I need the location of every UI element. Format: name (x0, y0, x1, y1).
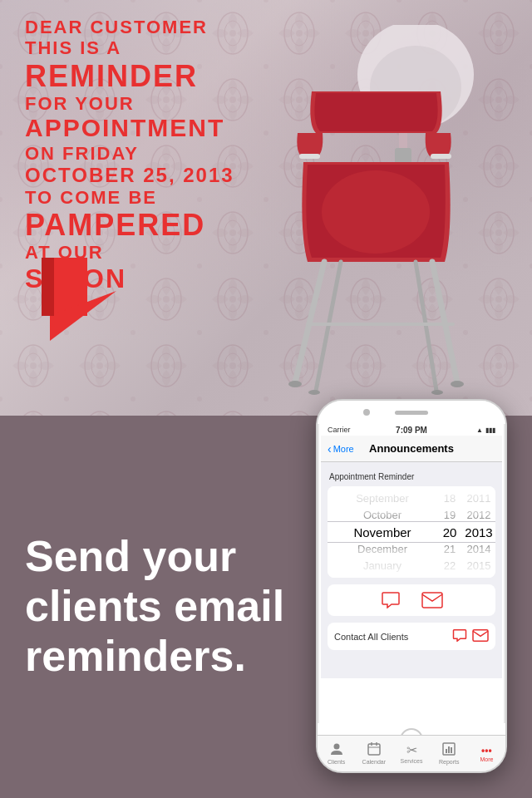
picker-month-nov: November (353, 525, 411, 539)
tab-more-label: More (480, 756, 493, 762)
iphone-speaker (395, 411, 428, 415)
section-title: Appointment Reminder (328, 469, 495, 486)
picker-year-2013: 2013 (465, 525, 492, 539)
services-icon: ✂ (406, 744, 417, 757)
svg-line-18 (432, 262, 457, 382)
status-time: 7:09 PM (396, 426, 427, 435)
svg-point-16 (322, 170, 430, 254)
arrow-decoration (42, 249, 125, 352)
tab-reports-label: Reports (439, 759, 460, 765)
tab-more[interactable]: ••• More (468, 746, 505, 762)
reports-icon (442, 742, 456, 758)
chat-button[interactable] (378, 591, 403, 609)
battery-icon: ▮▮▮ (485, 426, 495, 434)
contact-all-row[interactable]: Contact All Clients (328, 623, 495, 650)
status-icons: ▲ ▮▮▮ (476, 426, 495, 434)
tab-services[interactable]: ✂ Services (392, 744, 430, 764)
email-button[interactable] (420, 591, 445, 609)
iphone-mockup: Carrier 7:09 PM ▲ ▮▮▮ ‹ More Announcemen… (316, 399, 507, 773)
iphone-body: Carrier 7:09 PM ▲ ▮▮▮ ‹ More Announcemen… (316, 399, 507, 773)
svg-point-24 (431, 390, 443, 395)
svg-rect-15 (431, 154, 451, 159)
contact-action-icons (452, 629, 489, 643)
reminder-line-5: APPOINTMENT (25, 114, 283, 143)
reminder-line-2: THIS IS A (25, 37, 283, 58)
back-button[interactable]: ‹ More (328, 442, 354, 456)
action-buttons-row (328, 584, 495, 616)
svg-point-23 (308, 390, 320, 395)
svg-rect-38 (448, 746, 450, 753)
clients-icon (329, 742, 344, 758)
svg-point-21 (288, 381, 302, 387)
nav-bar[interactable]: ‹ More Announcements (321, 436, 502, 462)
reminder-line-9: PAMPERED (25, 208, 283, 242)
svg-rect-28 (42, 258, 54, 316)
back-chevron-icon: ‹ (328, 442, 332, 456)
svg-rect-37 (446, 749, 447, 753)
contact-chat-icon[interactable] (452, 629, 467, 643)
date-picker[interactable]: September October November December Janu… (328, 486, 495, 578)
tab-bar: Clients Calendar ✂ Services Reports ••• (318, 735, 505, 771)
svg-rect-14 (299, 154, 320, 159)
reminder-line-1: DEAR CUSTOMER (25, 17, 283, 37)
contact-all-label: Contact All Clients (334, 632, 408, 642)
bottom-tagline: Send your clients email reminders. (25, 532, 299, 681)
reminder-line-6: ON FRIDAY (25, 143, 283, 164)
reminder-line-8: TO COME BE (25, 187, 283, 208)
reminder-line-4: FOR YOUR (25, 93, 283, 114)
back-label: More (333, 444, 354, 454)
reminder-line-7: OCTOBER 25, 2013 (25, 164, 283, 187)
calendar-icon (367, 742, 381, 758)
screen-content: Appointment Reminder September October N… (321, 462, 502, 678)
nav-title: Announcements (369, 442, 454, 455)
picker-fade-top (328, 486, 495, 515)
tab-calendar[interactable]: Calendar (355, 742, 392, 765)
wifi-icon: ▲ (476, 426, 483, 434)
more-icon: ••• (481, 746, 492, 756)
svg-rect-29 (422, 593, 442, 608)
svg-point-22 (451, 381, 464, 387)
iphone-camera (363, 409, 370, 416)
contact-email-icon[interactable] (472, 629, 489, 643)
tab-services-label: Services (401, 758, 423, 764)
picker-fade-bottom (328, 549, 495, 578)
reminder-line-3: REMINDER (25, 59, 283, 93)
tab-calendar-label: Calendar (362, 759, 386, 765)
top-section: DEAR CUSTOMER THIS IS A REMINDER FOR YOU… (0, 0, 532, 432)
iphone-top-bar (318, 401, 505, 424)
picker-day-20: 20 (443, 525, 457, 539)
status-bar: Carrier 7:09 PM ▲ ▮▮▮ (321, 424, 502, 436)
iphone-screen: Carrier 7:09 PM ▲ ▮▮▮ ‹ More Announcemen… (321, 424, 502, 723)
tab-clients[interactable]: Clients (318, 742, 355, 765)
carrier-label: Carrier (328, 426, 351, 434)
svg-rect-39 (451, 747, 452, 753)
tab-clients-label: Clients (328, 759, 345, 765)
tab-reports[interactable]: Reports (431, 742, 468, 765)
svg-point-31 (333, 744, 339, 750)
svg-rect-32 (368, 744, 380, 755)
